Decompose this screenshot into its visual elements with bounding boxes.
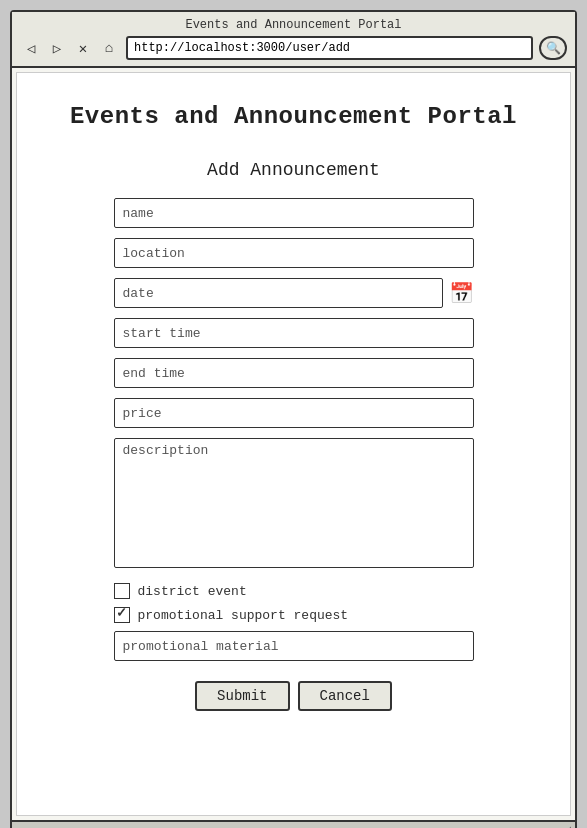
name-group [114, 198, 474, 228]
form-heading: Add Announcement [114, 160, 474, 180]
location-input[interactable] [114, 238, 474, 268]
end-time-group [114, 358, 474, 388]
calendar-icon[interactable]: 📅 [449, 281, 474, 306]
page-content: Events and Announcement Portal Add Annou… [16, 72, 571, 816]
promotional-support-label: promotional support request [138, 608, 349, 623]
forward-button[interactable]: ▷ [46, 37, 68, 59]
address-bar[interactable] [126, 36, 533, 60]
page-title: Events and Announcement Portal [37, 103, 550, 130]
district-event-label: district event [138, 584, 247, 599]
promotional-material-group [114, 631, 474, 661]
start-time-group [114, 318, 474, 348]
resize-handle: ◢ [565, 823, 571, 828]
price-input[interactable] [114, 398, 474, 428]
browser-toolbar: ◁ ▷ ✕ ⌂ 🔍 [20, 36, 567, 60]
date-wrapper: 📅 [114, 278, 474, 308]
browser-title: Events and Announcement Portal [20, 18, 567, 32]
search-button[interactable]: 🔍 [539, 36, 567, 60]
close-button[interactable]: ✕ [72, 37, 94, 59]
start-time-input[interactable] [114, 318, 474, 348]
date-group: 📅 [114, 278, 474, 308]
form-container: Add Announcement 📅 [114, 160, 474, 711]
back-button[interactable]: ◁ [20, 37, 42, 59]
browser-window: Events and Announcement Portal ◁ ▷ ✕ ⌂ 🔍… [10, 10, 577, 828]
browser-bottom-bar: ◢ [12, 820, 575, 828]
price-group [114, 398, 474, 428]
description-group [114, 438, 474, 573]
promotional-support-group: promotional support request [114, 607, 474, 623]
district-event-group: district event [114, 583, 474, 599]
cancel-button[interactable]: Cancel [298, 681, 392, 711]
home-button[interactable]: ⌂ [98, 37, 120, 59]
button-row: Submit Cancel [114, 681, 474, 711]
browser-chrome: Events and Announcement Portal ◁ ▷ ✕ ⌂ 🔍 [12, 12, 575, 68]
promotional-support-checkbox[interactable] [114, 607, 130, 623]
nav-buttons: ◁ ▷ ✕ ⌂ [20, 37, 120, 59]
district-event-checkbox[interactable] [114, 583, 130, 599]
name-input[interactable] [114, 198, 474, 228]
end-time-input[interactable] [114, 358, 474, 388]
date-input[interactable] [114, 278, 443, 308]
submit-button[interactable]: Submit [195, 681, 289, 711]
location-group [114, 238, 474, 268]
description-textarea[interactable] [114, 438, 474, 568]
promotional-material-input[interactable] [114, 631, 474, 661]
